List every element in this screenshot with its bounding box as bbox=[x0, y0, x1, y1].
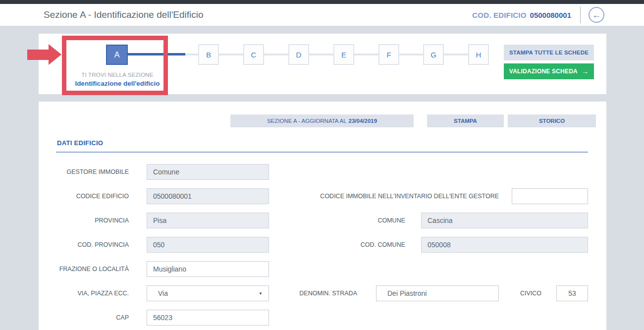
step-b[interactable]: B bbox=[198, 44, 219, 65]
building-code-value: 0500080001 bbox=[530, 11, 571, 19]
validate-sheet-label: VALIDAZIONE SCHEDA bbox=[509, 68, 578, 75]
cod-provincia-field bbox=[147, 237, 269, 253]
step-connector bbox=[309, 54, 333, 55]
step-connector bbox=[399, 54, 423, 55]
comune-label: COMUNE bbox=[306, 213, 405, 228]
form-card: SEZIONE A - AGGIORNATA AL 23/04/2019 STA… bbox=[39, 102, 606, 330]
form-section-title: DATI EDIFICIO bbox=[57, 139, 103, 147]
step-connector bbox=[219, 54, 243, 55]
step-connector bbox=[185, 54, 198, 55]
history-button[interactable]: STORICO bbox=[508, 114, 596, 127]
section-updated-date: 23/04/2019 bbox=[349, 118, 377, 124]
cod-comune-field bbox=[421, 237, 588, 253]
section-title-rule bbox=[56, 152, 588, 153]
annotation-arrow-body bbox=[27, 50, 49, 60]
cap-label: CAP bbox=[39, 310, 129, 326]
codice-immobile-inventario-label: CODICE IMMOBILE NELL'INVENTARIO DELL'ENT… bbox=[209, 188, 499, 204]
page-header: Sezione A - Identificazione dell'Edifici… bbox=[0, 4, 644, 26]
section-updated-label: SEZIONE A - AGGIORNATA AL bbox=[267, 118, 347, 124]
denominazione-strada-field[interactable] bbox=[376, 285, 499, 301]
annotation-highlight-box bbox=[62, 36, 168, 95]
gestore-immobile-label: GESTORE IMMOBILE bbox=[39, 164, 129, 180]
step-f[interactable]: F bbox=[378, 44, 399, 65]
right-arrow-icon: → bbox=[582, 67, 589, 75]
print-button[interactable]: STAMPA bbox=[427, 114, 504, 127]
page-title: Sezione A - Identificazione dell'Edifici… bbox=[44, 9, 204, 20]
civico-label: CIVICO bbox=[492, 285, 541, 301]
back-button[interactable]: ← bbox=[589, 7, 604, 23]
cap-field[interactable] bbox=[147, 310, 269, 326]
step-c[interactable]: C bbox=[243, 44, 264, 65]
validate-sheet-button[interactable]: VALIDAZIONE SCHEDA → bbox=[504, 63, 594, 79]
street-type-selected-value: Via bbox=[158, 289, 168, 297]
provincia-label: PROVINCIA bbox=[39, 213, 129, 228]
cod-comune-label: COD. COMUNE bbox=[306, 237, 405, 253]
print-all-sheets-button[interactable]: STAMPA TUTTE LE SCHEDE bbox=[504, 45, 594, 60]
denominazione-strada-label: DENOMIN. STRADA bbox=[258, 285, 357, 301]
annotation-arrow-head bbox=[49, 44, 61, 65]
street-type-select[interactable]: Via ▼ bbox=[147, 285, 269, 301]
provincia-field bbox=[147, 213, 269, 228]
step-connector bbox=[354, 54, 378, 55]
section-updated-button[interactable]: SEZIONE A - AGGIORNATA AL 23/04/2019 bbox=[230, 114, 414, 127]
step-g[interactable]: G bbox=[423, 44, 444, 65]
cod-provincia-label: COD. PROVINCIA bbox=[39, 237, 129, 253]
building-code-label: COD. EDIFICIO bbox=[472, 11, 526, 19]
header-divider bbox=[580, 6, 581, 23]
top-bar bbox=[0, 0, 644, 4]
gestore-immobile-field bbox=[147, 164, 269, 180]
step-h[interactable]: H bbox=[468, 44, 489, 65]
civico-field[interactable] bbox=[556, 285, 588, 301]
codice-immobile-inventario-field[interactable] bbox=[512, 188, 588, 204]
step-e[interactable]: E bbox=[333, 44, 354, 65]
comune-field bbox=[421, 213, 588, 228]
frazione-localita-field[interactable] bbox=[147, 261, 269, 277]
via-piazza-label: VIA, PIAZZA ECC. bbox=[39, 285, 129, 301]
step-connector bbox=[444, 54, 468, 55]
step-d[interactable]: D bbox=[288, 44, 309, 65]
header-right: COD. EDIFICIO 0500080001 ← bbox=[472, 6, 604, 23]
frazione-localita-label: FRAZIONE O LOCALITÀ bbox=[39, 261, 129, 277]
back-arrow-icon: ← bbox=[592, 10, 601, 20]
codice-edificio-label: CODICE EDIFICIO bbox=[39, 188, 129, 204]
step-connector bbox=[264, 54, 288, 55]
